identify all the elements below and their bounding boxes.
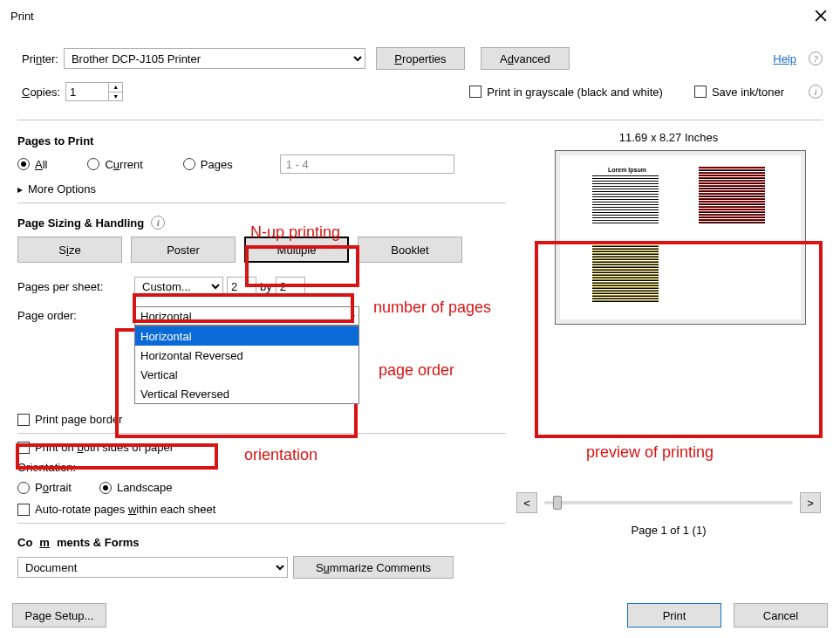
tab-booklet[interactable]: Booklet [358,237,462,263]
preview-slider[interactable] [544,501,793,504]
chevron-down-icon: ▾ [351,312,355,321]
radio-current[interactable]: Current [87,158,142,171]
page-order-option[interactable]: Vertical Reversed [135,384,359,403]
preview-page-label: Page 1 of 1 (1) [515,524,823,537]
divider [17,433,506,434]
save-ink-label: Save ink/toner [712,86,784,99]
pages-range-input[interactable] [280,154,454,174]
preview-prev-button[interactable]: < [516,492,537,513]
preview-page-title: Lorem Ipsum [608,167,646,173]
preview-page-thumb [592,175,659,224]
more-options-toggle[interactable]: More Options [17,182,506,196]
auto-rotate-label: Auto-rotate pages within each sheet [35,503,215,516]
pages-per-sheet-mode[interactable]: Custom... [134,277,223,296]
slider-knob[interactable] [553,496,562,510]
page-order-option[interactable]: Horizontal [135,326,359,346]
page-order-dropdown: Horizontal Horizontal Reversed Vertical … [134,326,359,404]
radio-all[interactable]: All [17,158,47,171]
grayscale-label: Print in grayscale (black and white) [487,86,663,99]
summarize-comments-button[interactable]: Summarize Comments [293,556,454,579]
radio-landscape[interactable]: Landscape [99,481,173,494]
copies-spin-down[interactable]: ▼ [109,93,122,101]
by-label: by [260,280,272,293]
help-link[interactable]: Help [773,52,796,65]
pages-to-print-heading: Pages to Print [17,134,506,147]
copies-label: Copies: [22,86,60,99]
tab-poster[interactable]: Poster [131,237,236,263]
preview-next-button[interactable]: > [800,492,821,513]
printer-select[interactable]: Brother DCP-J105 Printer [64,48,365,69]
close-button[interactable] [805,3,837,28]
print-both-sides-label: Print on both sides of paper [35,441,174,454]
radio-portrait[interactable]: Portrait [17,481,72,494]
comments-forms-heading: Comments & Forms [17,536,506,549]
print-page-border-checkbox[interactable] [17,414,30,426]
pages-per-sheet-label: Pages per sheet: [17,280,131,293]
print-button[interactable]: Print [627,603,721,628]
copies-input[interactable] [66,83,108,100]
tab-multiple[interactable]: Multiple [244,237,349,263]
preview-page-thumb [592,245,659,303]
preview-page-thumb [699,167,765,224]
page-order-select[interactable]: Horizontal ▾ [134,306,359,326]
grayscale-checkbox[interactable] [469,86,481,98]
cancel-button[interactable]: Cancel [734,603,828,628]
properties-button[interactable]: Properties [376,47,465,70]
radio-pages[interactable]: Pages [183,158,233,171]
save-ink-checkbox[interactable] [694,86,707,98]
advanced-button[interactable]: Advanced [481,47,570,70]
sizing-info-icon[interactable]: i [151,216,165,230]
page-order-option[interactable]: Horizontal Reversed [135,346,359,365]
divider [17,120,823,120]
printer-label: Printer: [22,52,58,65]
page-sizing-heading: Page Sizing & Handlingi [17,216,506,230]
auto-rotate-checkbox[interactable] [17,504,30,516]
pages-per-sheet-y[interactable] [276,277,305,296]
save-ink-info-icon[interactable]: i [809,85,823,99]
print-page-border-label: Print page border [35,413,122,426]
print-preview: Lorem Ipsum [555,150,806,325]
help-info-icon[interactable]: ? [809,51,823,65]
comments-forms-select[interactable]: Document [17,557,288,578]
tab-size[interactable]: Size [17,237,122,263]
close-icon [815,10,827,22]
page-setup-button[interactable]: Page Setup... [12,603,106,628]
pages-per-sheet-x[interactable] [227,277,256,296]
page-order-label: Page order: [17,306,131,322]
orientation-label: Orientation: [17,461,506,474]
copies-spin-up[interactable]: ▲ [109,83,122,93]
divider [17,202,506,203]
page-order-option[interactable]: Vertical [135,365,359,384]
divider [17,523,506,524]
print-both-sides-checkbox[interactable] [17,442,30,454]
chevron-right-icon [17,182,23,196]
preview-dimensions: 11.69 x 8.27 Inches [515,122,823,144]
window-title: Print [10,10,805,23]
